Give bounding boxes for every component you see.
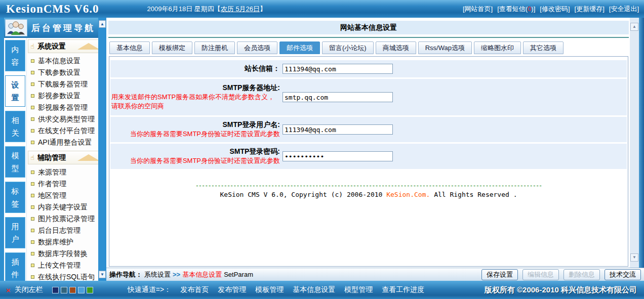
tab-guestbook[interactable]: 留言(小论坛) xyxy=(322,41,374,54)
scroll-up-icon[interactable]: ▲ xyxy=(99,20,106,28)
tab-shop-options[interactable]: 商城选项 xyxy=(376,41,416,54)
inner-copyright: KeSion CMS V 6.0, Copyright (c) 2006-201… xyxy=(110,191,627,198)
menu-item-db-maintenance[interactable]: 数据库维护 xyxy=(28,236,105,248)
vtab-related[interactable]: 相关 xyxy=(5,111,25,142)
smtp-username-input[interactable] xyxy=(283,124,393,135)
tab-template-bind[interactable]: 模板绑定 xyxy=(152,41,192,54)
bullet-icon xyxy=(31,117,34,121)
lunar-date-link[interactable]: 农历 5月26日 xyxy=(221,5,260,13)
quick-template-mgmt[interactable]: 模板管理 xyxy=(255,285,284,294)
menu-item-download-params[interactable]: 下载参数设置 xyxy=(28,67,105,78)
vtab-users[interactable]: 用户 xyxy=(5,217,25,248)
smtp-password-note: 当你的服务器需要SMTP身份验证时还需设置此参数 xyxy=(110,156,280,165)
main-scrollbar[interactable]: ▲ ▼ xyxy=(630,18,639,268)
menu-item-video-params[interactable]: 影视参数设置 xyxy=(28,90,105,102)
scroll-down-icon[interactable]: ▼ xyxy=(99,271,106,278)
quick-label: 快速通道=>： xyxy=(128,285,171,294)
form-panel: 站长信箱： SMTP服务器地址: 用来发送邮件的SMTP服务器如果你不清楚此参数… xyxy=(109,56,628,267)
menu-item-admin-logs[interactable]: 后台日志管理 xyxy=(28,225,105,236)
vtab-models[interactable]: 模型 xyxy=(5,146,25,178)
bullet-icon xyxy=(31,129,34,133)
menu-item-source-mgmt[interactable]: 来源管理 xyxy=(28,166,105,178)
change-password-link[interactable]: [修改密码] xyxy=(540,5,570,14)
save-settings-button[interactable]: 保存设置 xyxy=(481,269,518,280)
menu-item-upload-files[interactable]: 上传文件管理 xyxy=(28,260,105,271)
quick-publish-mgmt[interactable]: 发布管理 xyxy=(218,285,246,294)
tab-rss-wap[interactable]: Rss/Wap选项 xyxy=(418,41,472,54)
breadcrumb-system-settings[interactable]: 系统设置 xyxy=(144,270,171,279)
theme-swatch[interactable] xyxy=(78,287,85,293)
theme-swatch[interactable] xyxy=(61,287,67,293)
action-buttons: 保存设置 编辑信息 删除信息 技术交流 xyxy=(481,269,641,280)
menu-item-run-sql[interactable]: 在线执行SQL语句 xyxy=(28,271,105,281)
operation-bar: 操作导航： 系统设置 >> 基本信息设置 SetParam 保存设置 编辑信息 … xyxy=(106,268,644,281)
scroll-down-icon[interactable]: ▼ xyxy=(630,253,638,262)
menu-item-keywords[interactable]: 内容关键字设置 xyxy=(28,201,105,213)
quick-model-mgmt[interactable]: 模型管理 xyxy=(344,285,373,294)
vtab-labels[interactable]: 标签 xyxy=(5,182,25,213)
settings-tabs: 基本信息 模板绑定 防注册机 会员选项 邮件选项 留言(小论坛) 商城选项 Rs… xyxy=(108,41,629,54)
edit-info-button[interactable]: 编辑信息 xyxy=(522,269,559,280)
quick-basic-info[interactable]: 基本信息设置 xyxy=(293,285,335,294)
bullet-icon xyxy=(31,240,34,244)
avatar xyxy=(5,19,27,36)
home-link[interactable]: [网站首页] xyxy=(463,5,493,14)
tab-anti-robot[interactable]: 防注册机 xyxy=(194,41,235,54)
sidebar-title: 后台管理导航 xyxy=(31,22,95,34)
quick-publish-home[interactable]: 发布首页 xyxy=(180,285,209,294)
bullet-icon xyxy=(31,205,34,209)
quick-links: 快速通道=>： 发布首页 发布管理 模板管理 基本信息设置 模型管理 查看工作进… xyxy=(128,285,424,294)
breadcrumb-basic-info[interactable]: 基本信息设置 xyxy=(182,270,222,279)
breadcrumb-separator: >> xyxy=(173,271,180,278)
menu-item-vote-records[interactable]: 图片投票记录管理 xyxy=(28,213,105,225)
tab-thumb-watermark[interactable]: 缩略图水印 xyxy=(474,41,521,54)
kesion-link[interactable]: KeSion.Com. xyxy=(386,191,430,198)
delete-info-button[interactable]: 删除信息 xyxy=(564,269,600,280)
tab-other-options[interactable]: 其它选项 xyxy=(523,41,564,54)
menu-item-video-server[interactable]: 影视服务器管理 xyxy=(28,102,105,113)
bullet-icon xyxy=(31,275,34,279)
menu-item-online-payment[interactable]: 在线支付平台管理 xyxy=(28,125,105,137)
menu-item-basic-info[interactable]: 基本信息设置 xyxy=(28,55,105,67)
smtp-server-note: 用来发送邮件的SMTP服务器如果你不清楚此参数含义，请联系你的空间商 xyxy=(110,93,280,111)
menu-item-author-mgmt[interactable]: 作者管理 xyxy=(28,178,105,190)
vtab-content[interactable]: 内容 xyxy=(5,40,25,71)
logout-link[interactable]: [安全退出] xyxy=(609,5,639,14)
vtab-settings[interactable]: 设置 xyxy=(5,75,25,107)
quick-work-progress[interactable]: 查看工作进度 xyxy=(382,285,424,294)
bullet-icon xyxy=(31,170,34,174)
menu-item-region-mgmt[interactable]: 地区管理 xyxy=(28,190,105,201)
tab-mail-options[interactable]: 邮件选项 xyxy=(279,41,320,54)
top-bar: KesionCMS V6.0 2009年6月18日 星期四【农历 5月26日】 … xyxy=(0,0,644,18)
tab-basic-info[interactable]: 基本信息 xyxy=(109,41,150,54)
tab-member-options[interactable]: 会员选项 xyxy=(237,41,277,54)
theme-swatch[interactable] xyxy=(52,287,59,293)
theme-swatch[interactable] xyxy=(87,287,93,293)
bullet-icon xyxy=(31,94,34,98)
smtp-password-input[interactable] xyxy=(283,151,393,161)
webmaster-email-input[interactable] xyxy=(283,64,393,74)
refresh-cache-link[interactable]: [更新缓存] xyxy=(575,5,605,14)
sidebar: 后台管理导航 内容 设置 相关 模型 标签 用户 插件 ☝ 系统设置 xyxy=(0,18,106,281)
thumb-icon: ☝ xyxy=(30,42,34,50)
menu-item-trade-types[interactable]: 供求交易类型管理 xyxy=(28,113,105,125)
app-logo: KesionCMS V6.0 xyxy=(6,3,99,16)
collapse-arrow-icon xyxy=(77,154,100,161)
body: 后台管理导航 内容 设置 相关 模型 标签 用户 插件 ☝ 系统设置 xyxy=(0,18,644,281)
tech-support-button[interactable]: 技术交流 xyxy=(605,269,641,280)
scroll-up-icon[interactable]: ▲ xyxy=(630,23,638,31)
frame-splitter[interactable]: ▲ ▼ xyxy=(98,18,106,281)
section-aux-management[interactable]: ☝ 辅助管理 xyxy=(28,151,105,164)
theme-swatch[interactable] xyxy=(69,287,76,293)
section-system-settings[interactable]: ☝ 系统设置 xyxy=(28,39,105,53)
smtp-server-input[interactable] xyxy=(283,92,393,102)
menu-item-download-server[interactable]: 下载服务器管理 xyxy=(28,78,105,90)
close-left-panel[interactable]: × 关闭左栏 xyxy=(6,285,43,294)
menu-item-api-integration[interactable]: API通用整合设置 xyxy=(28,137,105,148)
messages-link[interactable]: [查看短信(0)] xyxy=(497,5,535,14)
bullet-icon xyxy=(31,194,34,197)
bullet-icon xyxy=(31,141,34,144)
menu-item-db-field-replace[interactable]: 数据库字段替换 xyxy=(28,248,105,260)
vtab-plugins[interactable]: 插件 xyxy=(5,252,25,284)
bullet-icon xyxy=(31,229,34,232)
